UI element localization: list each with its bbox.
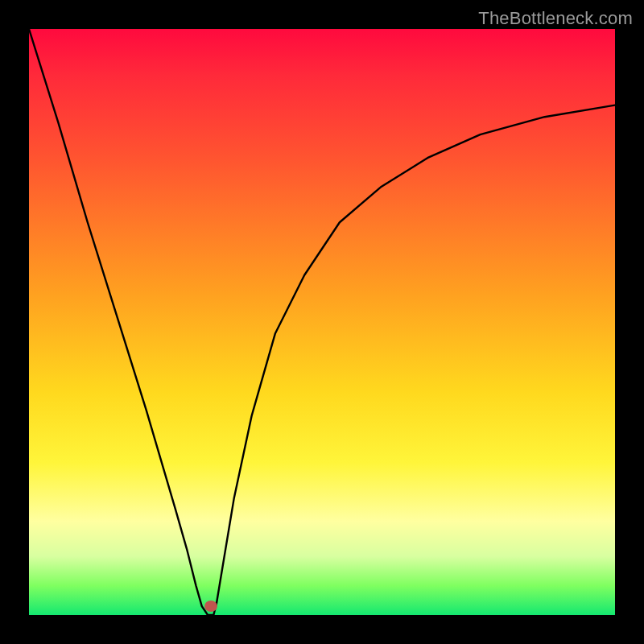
- plot-area: [29, 29, 615, 615]
- watermark-label: TheBottleneck.com: [478, 8, 633, 29]
- chart-frame: TheBottleneck.com: [0, 0, 644, 644]
- curve-svg: [29, 29, 615, 615]
- curve-path: [29, 29, 615, 615]
- min-marker-icon: [204, 601, 217, 612]
